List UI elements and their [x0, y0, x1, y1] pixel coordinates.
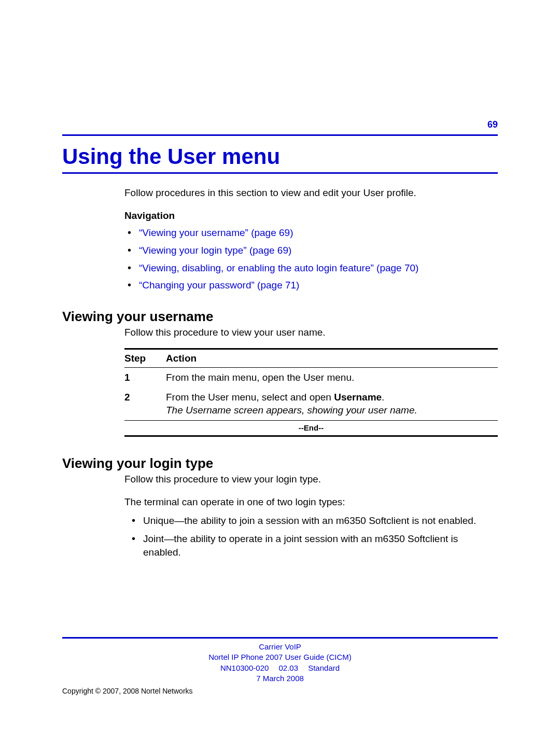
- navigation-list: “Viewing your username” (page 69) “Viewi…: [124, 226, 498, 292]
- chapter-underline: [62, 172, 498, 174]
- section-login-type-intro: Follow this procedure to view your login…: [124, 473, 498, 486]
- section-heading-username: Viewing your username: [62, 309, 498, 325]
- step-action: From the main menu, open the User menu.: [166, 371, 498, 384]
- page-footer: Carrier VoIP Nortel IP Phone 2007 User G…: [62, 637, 498, 695]
- header-step: Step: [124, 352, 166, 365]
- table-end-label: --End--: [124, 421, 498, 435]
- footer-line4: 7 March 2008: [62, 673, 498, 684]
- step2-pre: From the User menu, select and open: [166, 392, 334, 403]
- section-heading-login-type: Viewing your login type: [62, 455, 498, 472]
- section-username-body: Follow this procedure to view your user …: [124, 326, 498, 437]
- table-row: 1 From the main menu, open the User menu…: [124, 368, 498, 388]
- step-number: 2: [124, 391, 166, 417]
- footer-line3: NN10300-020 02.03 Standard: [62, 663, 498, 673]
- step2-post: .: [382, 392, 384, 403]
- procedure-table: Step Action 1 From the main menu, open t…: [124, 348, 498, 437]
- login-type-unique: Unique—the ability to join a session wit…: [124, 514, 498, 528]
- step-action: From the User menu, select and open User…: [166, 391, 498, 417]
- chapter-intro: Follow procedures in this section to vie…: [124, 186, 498, 200]
- section-username-intro: Follow this procedure to view your user …: [124, 326, 498, 339]
- nav-link-changing-password[interactable]: “Changing your password” (page 71): [124, 279, 498, 292]
- section-login-type-body: Follow this procedure to view your login…: [124, 473, 498, 559]
- nav-link-auto-login[interactable]: “Viewing, disabling, or enabling the aut…: [124, 261, 498, 275]
- login-type-paragraph: The terminal can operate in one of two l…: [124, 495, 498, 509]
- body-content: Follow procedures in this section to vie…: [124, 186, 498, 292]
- nav-link-viewing-username[interactable]: “Viewing your username” (page 69): [124, 226, 498, 240]
- footer-line2: Nortel IP Phone 2007 User Guide (CICM): [62, 652, 498, 662]
- table-header-row: Step Action: [124, 350, 498, 367]
- footer-line1: Carrier VoIP: [62, 642, 498, 652]
- table-bottom-rule: [124, 435, 498, 437]
- footer-center: Carrier VoIP Nortel IP Phone 2007 User G…: [62, 642, 498, 684]
- table-row: 2 From the User menu, select and open Us…: [124, 388, 498, 420]
- top-rule: [62, 134, 498, 136]
- page-number: 69: [62, 119, 498, 130]
- step-number: 1: [124, 371, 166, 384]
- header-action: Action: [166, 352, 498, 365]
- document-page: 69 Using the User menu Follow procedures…: [0, 0, 560, 559]
- step2-bold: Username: [334, 392, 382, 403]
- chapter-title: Using the User menu: [62, 142, 498, 169]
- navigation-heading: Navigation: [124, 209, 498, 223]
- login-types-list: Unique—the ability to join a session wit…: [124, 514, 498, 559]
- footer-rule: [62, 637, 498, 639]
- nav-link-viewing-login-type[interactable]: “Viewing your login type” (page 69): [124, 244, 498, 257]
- login-type-joint: Joint—the ability to operate in a joint …: [124, 532, 498, 559]
- footer-copyright: Copyright © 2007, 2008 Nortel Networks: [62, 687, 498, 695]
- step2-result: The Username screen appears, showing you…: [166, 405, 417, 416]
